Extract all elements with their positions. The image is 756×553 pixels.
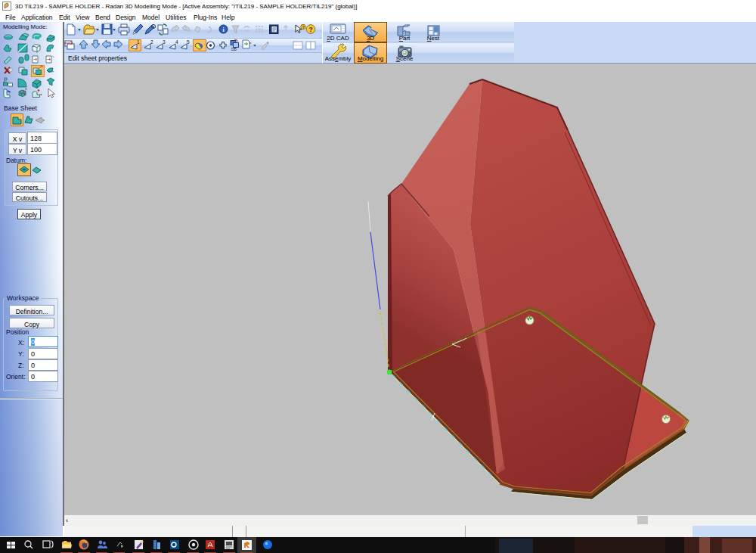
svg-text:Nest: Nest bbox=[427, 35, 440, 42]
svg-text:3: 3 bbox=[163, 39, 166, 45]
svg-text:2D CAD: 2D CAD bbox=[327, 35, 349, 42]
svg-text:?: ? bbox=[308, 26, 312, 33]
svg-text:?: ? bbox=[302, 25, 305, 30]
svg-text:Assembly: Assembly bbox=[325, 55, 352, 62]
svg-text:Modelling: Modelling bbox=[358, 55, 383, 62]
svg-text:5: 5 bbox=[187, 39, 190, 45]
svg-text:4: 4 bbox=[175, 39, 178, 45]
svg-text:Part: Part bbox=[399, 35, 411, 42]
svg-text:1: 1 bbox=[137, 39, 140, 45]
svg-text:3D: 3D bbox=[367, 35, 374, 42]
svg-text:2: 2 bbox=[150, 39, 153, 45]
svg-text:Scene: Scene bbox=[396, 55, 414, 62]
svg-text:DB: DB bbox=[231, 47, 237, 51]
